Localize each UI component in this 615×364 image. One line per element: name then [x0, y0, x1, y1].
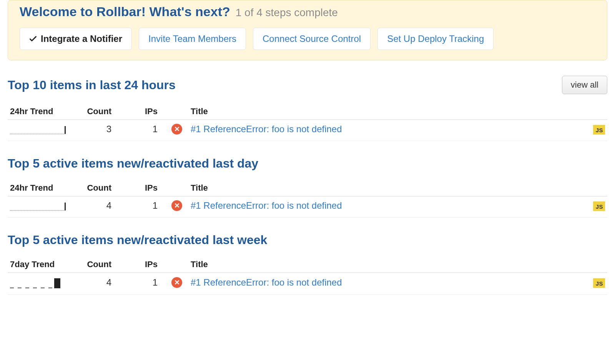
col-trend: 24hr Trend — [10, 106, 75, 116]
col-count: Count — [79, 106, 121, 116]
col-trend: 7day Trend — [10, 259, 75, 269]
step-invite-team[interactable]: Invite Team Members — [139, 28, 246, 50]
item-link[interactable]: #1 ReferenceError: foo is not defined — [191, 277, 342, 288]
lang-badge: JS — [593, 278, 605, 288]
trend-sparkline — [10, 201, 66, 211]
col-ips: IPs — [125, 106, 168, 116]
step-label: Invite Team Members — [148, 33, 236, 44]
step-label: Connect Source Control — [263, 33, 361, 44]
step-setup-deploy-tracking[interactable]: Set Up Deploy Tracking — [377, 28, 494, 50]
step-connect-source-control[interactable]: Connect Source Control — [253, 28, 371, 50]
table-header: 7day Trend Count IPs Title — [8, 256, 607, 273]
table-row: 4 1 ✕ #1 ReferenceError: foo is not defi… — [8, 196, 607, 218]
error-icon: ✕ — [171, 200, 182, 211]
check-icon — [29, 35, 37, 43]
onboarding-banner: Welcome to Rollbar! What's next? 1 of 4 … — [8, 0, 607, 60]
step-integrate-notifier[interactable]: Integrate a Notifier — [20, 28, 132, 50]
view-all-button[interactable]: view all — [562, 76, 607, 94]
error-icon: ✕ — [171, 124, 182, 135]
col-title: Title — [191, 183, 578, 193]
cell-count: 3 — [79, 124, 121, 135]
cell-count: 4 — [79, 277, 121, 288]
lang-badge: JS — [593, 201, 605, 211]
lang-badge: JS — [593, 125, 605, 135]
col-trend: 24hr Trend — [10, 183, 75, 193]
section-top5-new-day: Top 5 active items new/reactivated last … — [8, 156, 607, 218]
onboarding-title: Welcome to Rollbar! What's next? — [20, 4, 230, 19]
col-ips: IPs — [125, 259, 168, 269]
col-title: Title — [191, 259, 578, 269]
items-table: 24hr Trend Count IPs Title 4 1 ✕ #1 Refe… — [8, 180, 607, 218]
section-top5-new-week: Top 5 active items new/reactivated last … — [8, 233, 607, 295]
trend-sparkline — [10, 277, 66, 288]
step-label: Set Up Deploy Tracking — [387, 33, 484, 44]
col-title: Title — [191, 106, 578, 116]
cell-ips: 1 — [125, 277, 168, 288]
step-label: Integrate a Notifier — [41, 33, 122, 44]
item-link[interactable]: #1 ReferenceError: foo is not defined — [191, 124, 342, 134]
items-table: 24hr Trend Count IPs Title 3 1 ✕ #1 Refe… — [8, 103, 607, 141]
col-count: Count — [79, 183, 121, 193]
items-table: 7day Trend Count IPs Title 4 1 ✕ #1 Refe… — [8, 256, 607, 295]
error-icon: ✕ — [171, 277, 182, 288]
col-ips: IPs — [125, 183, 168, 193]
section-top10-24h: Top 10 items in last 24 hours view all 2… — [8, 76, 607, 141]
table-row: 4 1 ✕ #1 ReferenceError: foo is not defi… — [8, 273, 607, 295]
table-header: 24hr Trend Count IPs Title — [8, 180, 607, 196]
cell-count: 4 — [79, 200, 121, 211]
cell-ips: 1 — [125, 124, 168, 135]
section-title: Top 5 active items new/reactivated last … — [8, 233, 267, 247]
trend-sparkline — [10, 124, 66, 134]
onboarding-steps: Integrate a Notifier Invite Team Members… — [20, 28, 595, 50]
cell-ips: 1 — [125, 200, 168, 211]
col-count: Count — [79, 259, 121, 269]
table-row: 3 1 ✕ #1 ReferenceError: foo is not defi… — [8, 120, 607, 141]
section-title: Top 10 items in last 24 hours — [8, 78, 176, 92]
onboarding-progress: 1 of 4 steps complete — [236, 7, 338, 19]
item-link[interactable]: #1 ReferenceError: foo is not defined — [191, 200, 342, 211]
table-header: 24hr Trend Count IPs Title — [8, 103, 607, 120]
section-title: Top 5 active items new/reactivated last … — [8, 156, 258, 171]
